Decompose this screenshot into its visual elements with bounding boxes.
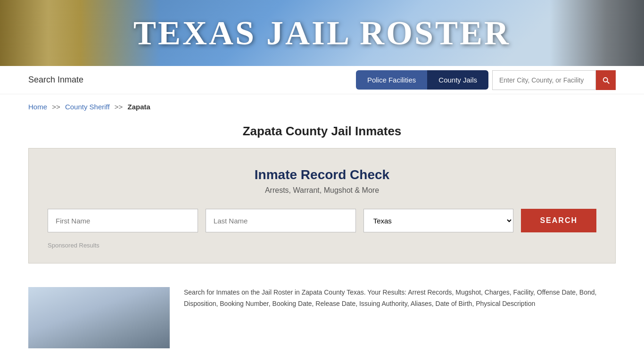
bottom-section: Search for Inmates on the Jail Roster in…	[0, 278, 644, 358]
state-select[interactable]: AlabamaAlaskaArizonaArkansasCaliforniaCo…	[363, 209, 514, 232]
county-jails-button[interactable]: County Jails	[427, 70, 488, 90]
nav-left: Search Inmate	[28, 75, 83, 85]
record-check-box: Inmate Record Check Arrests, Warrant, Mu…	[28, 148, 616, 263]
bottom-description: Search for Inmates on the Jail Roster in…	[184, 287, 616, 348]
first-name-input[interactable]	[48, 209, 198, 232]
bottom-image	[28, 287, 170, 348]
search-inmate-label: Search Inmate	[28, 75, 83, 84]
breadcrumb: Home >> County Sheriff >> Zapata	[0, 94, 644, 119]
record-search-button[interactable]: SEARCH	[521, 209, 596, 232]
site-title: Texas Jail Roster	[133, 14, 511, 53]
breadcrumb-home[interactable]: Home	[28, 103, 47, 111]
search-icon	[602, 76, 610, 84]
record-check-title: Inmate Record Check	[48, 167, 596, 182]
breadcrumb-county-sheriff[interactable]: County Sheriff	[65, 103, 110, 111]
sponsored-results-label: Sponsored Results	[48, 242, 596, 249]
facility-search-button[interactable]	[596, 70, 616, 90]
facility-search-wrap	[492, 70, 616, 90]
breadcrumb-sep2: >>	[115, 103, 123, 111]
breadcrumb-current: Zapata	[128, 103, 150, 111]
police-facilities-button[interactable]: Police Facilities	[356, 70, 427, 90]
page-title: Zapata County Jail Inmates	[0, 124, 644, 139]
record-check-subtitle: Arrests, Warrant, Mugshot & More	[48, 186, 596, 195]
nav-bar: Search Inmate Police Facilities County J…	[0, 66, 644, 94]
header-banner: Texas Jail Roster	[0, 0, 644, 66]
keys-image	[550, 0, 644, 66]
last-name-input[interactable]	[206, 209, 356, 232]
breadcrumb-sep1: >>	[52, 103, 60, 111]
nav-right: Police Facilities County Jails	[356, 70, 616, 90]
facility-search-input[interactable]	[492, 70, 596, 90]
record-check-form: AlabamaAlaskaArizonaArkansasCaliforniaCo…	[48, 209, 596, 232]
